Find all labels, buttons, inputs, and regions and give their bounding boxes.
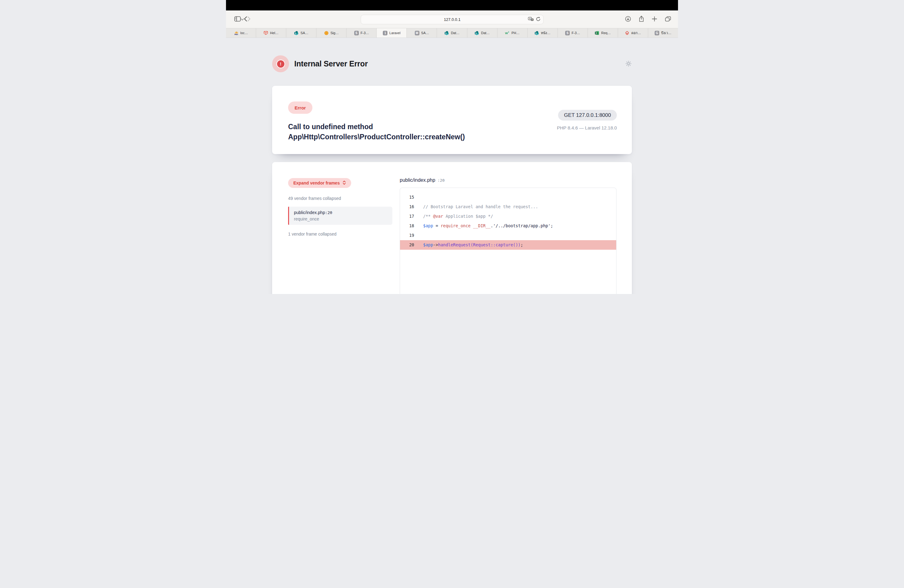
svg-text:x: x: [532, 19, 533, 21]
translate-button[interactable]: Ax: [528, 17, 534, 22]
browser-tab[interactable]: Hel…: [256, 28, 286, 38]
code-line: 20$app->handleRequest(Request::capture()…: [400, 240, 616, 250]
browser-tab[interactable]: SSA…: [286, 28, 316, 38]
browser-tab[interactable]: Gบึงเว…: [648, 28, 678, 38]
line-number: 20: [400, 240, 414, 250]
svg-text:W: W: [505, 32, 508, 35]
favicon-sharepoint-icon: S: [534, 31, 539, 35]
reload-button[interactable]: [536, 17, 541, 22]
favicon-letter-m-icon: M: [415, 31, 419, 35]
tab-label: SA…: [421, 31, 429, 35]
reload-icon: [536, 17, 541, 22]
error-summary-card: Error Call to undefined method App\Http\…: [272, 86, 632, 154]
browser-tab[interactable]: Sหนัง…: [528, 28, 558, 38]
browser-tab[interactable]: SF-3…: [558, 28, 588, 38]
expand-vendor-frames-button[interactable]: Expand vendor frames: [288, 178, 351, 188]
tab-overview-button[interactable]: [665, 16, 671, 22]
browser-tab[interactable]: Sig…: [316, 28, 346, 38]
code-line: 16// Bootstrap Laravel and handle the re…: [400, 202, 616, 212]
address-bar-url: 127.0.0.1: [444, 17, 460, 22]
favicon-pma-icon: PMA: [234, 31, 239, 35]
error-type-badge: Error: [288, 101, 312, 114]
browser-tab[interactable]: SF-3…: [346, 28, 377, 38]
vendor-frames-collapsed-bottom: 1 vendor frame collapsed: [288, 232, 394, 237]
browser-tab[interactable]: SDat…: [467, 28, 498, 38]
favicon-letter-g-icon: G: [654, 31, 659, 35]
tab-label: loc…: [240, 31, 248, 35]
tab-label: SA…: [300, 31, 308, 35]
address-bar[interactable]: 127.0.0.1 Ax: [361, 15, 544, 24]
line-number: 15: [400, 193, 414, 202]
favicon-coin-icon: [324, 31, 329, 35]
browser-tab[interactable]: W3PH…: [498, 28, 528, 38]
favicon-letter-s-icon: S: [565, 31, 570, 35]
toolbar-right-group: [625, 11, 671, 28]
svg-text:3: 3: [508, 31, 509, 33]
snippet-file-header: public/index.php:20: [400, 177, 616, 183]
tab-bar: PMAloc…Hel…SSA…Sig…SF-3…1LaravelMSA…SDat…: [226, 28, 678, 38]
svg-text:S: S: [295, 32, 296, 34]
page-header: ! Internal Server Error: [272, 55, 632, 72]
svg-text:S: S: [445, 32, 447, 34]
favicon-sharepoint-icon: S: [444, 31, 449, 35]
browser-tab[interactable]: XReq…: [588, 28, 618, 38]
sidebar-icon: [234, 16, 241, 22]
vendor-frames-collapsed-top: 49 vendor frames collapsed: [288, 196, 394, 201]
browser-toolbar: 127.0.0.1 Ax: [226, 11, 678, 28]
code-text: [414, 193, 423, 202]
code-text: $app->handleRequest(Request::capture());: [414, 240, 523, 250]
sun-icon: [625, 60, 632, 68]
line-number: 18: [400, 221, 414, 231]
translate-icon: Ax: [528, 17, 534, 22]
page-title: Internal Server Error: [294, 59, 368, 68]
browser-tab[interactable]: SDat…: [437, 28, 467, 38]
back-button[interactable]: [244, 16, 247, 22]
code-line: 17/** @var Application $app */: [400, 212, 616, 221]
browser-tab[interactable]: 1Laravel: [377, 28, 407, 38]
tab-group-dropdown-button[interactable]: [241, 17, 244, 22]
safari-window: 127.0.0.1 Ax: [226, 0, 678, 294]
stack-frame-line: :20: [325, 210, 332, 215]
back-arrow-icon: [244, 16, 247, 22]
favicon-sharepoint-icon: S: [474, 31, 479, 35]
line-number: 16: [400, 202, 414, 212]
tab-label: Sig…: [330, 31, 339, 35]
share-icon: [639, 16, 644, 23]
toolbar-left-group: [226, 16, 251, 22]
code-text: // Bootstrap Laravel and handle the requ…: [414, 202, 538, 212]
tab-label: ดอก…: [631, 30, 641, 36]
macos-menubar: [226, 0, 678, 11]
error-page: ! Internal Server Error Error Call to un…: [226, 38, 678, 294]
svg-text:S: S: [476, 32, 477, 34]
chevron-down-icon: [241, 17, 244, 22]
share-button[interactable]: [639, 16, 644, 23]
favicon-w3-icon: W3: [505, 31, 509, 35]
tab-label: Req…: [601, 31, 611, 35]
code-text: $app = require_once __DIR__.'/../bootstr…: [414, 221, 553, 231]
svg-text:PMA: PMA: [234, 33, 238, 35]
request-method-pill: GET 127.0.0.1:8000: [558, 110, 617, 120]
new-tab-button[interactable]: [652, 16, 657, 22]
download-icon: [625, 16, 631, 23]
stack-frame-item[interactable]: public/index.php:20 require_once: [288, 207, 392, 225]
svg-text:A: A: [529, 17, 531, 20]
code-line: 18$app = require_once __DIR__.'/../boots…: [400, 221, 616, 231]
sidebar-toggle-button[interactable]: [234, 16, 241, 22]
tab-label: บึงเว…: [661, 30, 671, 36]
code-line: 15: [400, 193, 616, 202]
tab-label: F-3…: [572, 31, 580, 35]
favicon-excel-icon: X: [595, 31, 599, 35]
favicon-laravel-icon: [264, 31, 268, 35]
browser-tab[interactable]: MSA…: [407, 28, 437, 38]
browser-tab[interactable]: PMAloc…: [226, 28, 256, 38]
tab-label: PH…: [511, 31, 519, 35]
forward-button[interactable]: [247, 16, 251, 22]
theme-toggle-button[interactable]: [625, 60, 632, 68]
browser-tab[interactable]: ดอก…: [618, 28, 648, 38]
tab-label: Dat…: [481, 31, 490, 35]
favicon-letter-1-icon: 1: [383, 31, 387, 35]
forward-arrow-icon: [247, 16, 251, 22]
code-text: /** @var Application $app */: [414, 212, 493, 221]
downloads-button[interactable]: [625, 16, 631, 23]
exclamation-icon: !: [277, 60, 285, 68]
